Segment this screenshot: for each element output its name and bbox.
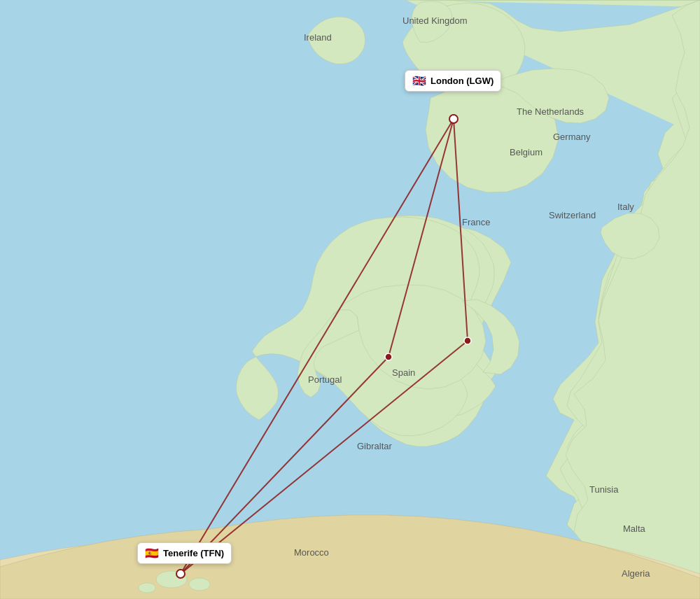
svg-point-3 bbox=[189, 578, 210, 591]
svg-point-4 bbox=[139, 583, 155, 593]
svg-point-11 bbox=[176, 570, 185, 578]
map-svg bbox=[0, 0, 700, 599]
svg-point-10 bbox=[449, 115, 458, 123]
tenerife-airport-text: Tenerife (TFN) bbox=[163, 548, 224, 558]
london-airport-label: 🇬🇧 London (LGW) bbox=[405, 70, 501, 92]
svg-point-12 bbox=[385, 353, 392, 360]
spain-flag: 🇪🇸 bbox=[145, 547, 159, 560]
tenerife-airport-label: 🇪🇸 Tenerife (TFN) bbox=[137, 542, 232, 564]
london-airport-text: London (LGW) bbox=[430, 76, 493, 86]
map-container: Ireland United Kingdom France Spain Port… bbox=[0, 0, 700, 599]
svg-point-13 bbox=[464, 337, 471, 344]
uk-flag: 🇬🇧 bbox=[412, 74, 426, 87]
